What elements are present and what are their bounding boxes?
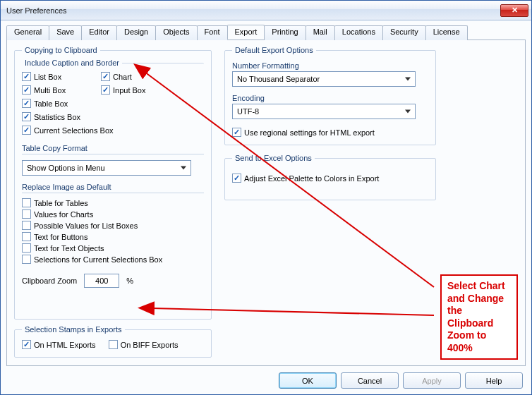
table-box-checkbox[interactable] [22,99,31,108]
tab-objects[interactable]: Objects [155,25,197,40]
possible-values-checkbox[interactable] [22,221,31,230]
copying-legend: Copying to Clipboard [22,46,100,54]
multi-box-label: Multi Box [34,86,66,95]
include-caption-legend: Include Caption and Border [22,59,122,67]
selections-for-csbox-checkbox[interactable] [22,255,31,264]
table-copy-format-select[interactable]: Show Options in Menu [22,160,191,176]
values-for-charts-label: Values for Charts [34,210,93,219]
text-for-buttons-label: Text for Buttons [34,233,87,241]
ok-button[interactable]: OK [279,372,337,389]
text-for-text-objects-label: Text for Text Objects [34,244,104,253]
tab-locations[interactable]: Locations [334,25,383,40]
table-for-tables-label: Table for Tables [34,199,88,207]
copying-to-clipboard-group: Copying to Clipboard Include Caption and… [14,46,212,320]
default-export-group: Default Export Options Number Formatting… [224,46,436,145]
clipboard-zoom-input[interactable]: 400 [84,274,119,288]
window-title: User Preferences [4,6,500,15]
close-button[interactable]: ✕ [500,4,528,17]
list-box-label: List Box [34,73,61,81]
tab-export[interactable]: Export [227,25,265,40]
help-button[interactable]: Help [465,372,523,389]
replace-image-label: Replace Image as Default [22,183,204,191]
dialog-buttons: OK Cancel Apply Help [279,372,523,389]
selection-stamps-group: Selection Stamps in Exports On HTML Expo… [14,325,212,358]
tab-printing[interactable]: Printing [264,25,306,40]
on-html-checkbox[interactable] [22,340,31,349]
client-area: General Save Editor Design Objects Font … [1,20,531,394]
on-biff-checkbox[interactable] [109,340,118,349]
statistics-box-label: Statistics Box [34,113,80,121]
list-box-checkbox[interactable] [22,72,31,81]
tab-general[interactable]: General [6,25,49,40]
input-box-label: Input Box [113,86,145,95]
tab-design[interactable]: Design [116,25,156,40]
excel-options-legend: Send to Excel Options [232,154,315,162]
multi-box-checkbox[interactable] [22,85,31,95]
on-html-label: On HTML Exports [34,341,96,349]
titlebar: User Preferences ✕ [1,1,531,20]
tab-font[interactable]: Font [197,25,228,40]
encoding-select[interactable]: UTF-8 [232,104,416,119]
default-export-legend: Default Export Options [232,46,316,54]
tab-editor[interactable]: Editor [81,25,117,40]
cancel-button[interactable]: Cancel [341,372,399,389]
adjust-palette-label: Adjust Excel Palette to Colors in Export [244,174,379,183]
input-box-checkbox[interactable] [101,85,110,95]
table-for-tables-checkbox[interactable] [22,198,31,207]
tab-mail[interactable]: Mail [306,25,335,40]
annotation-callout: Select Chart and Change the Clipboard Zo… [440,274,518,360]
user-preferences-window: User Preferences ✕ General Save Editor D… [0,0,532,395]
current-selections-label: Current Selections Box [34,126,114,135]
selection-stamps-legend: Selection Stamps in Exports [22,325,125,334]
adjust-palette-checkbox[interactable] [232,174,241,183]
values-for-charts-checkbox[interactable] [22,209,31,219]
tab-save[interactable]: Save [49,25,82,40]
tabstrip: General Save Editor Design Objects Font … [6,25,526,40]
selections-for-csbox-label: Selections for Current Selections Box [34,255,162,264]
tab-license[interactable]: License [425,25,468,40]
current-selections-checkbox[interactable] [22,126,31,135]
number-formatting-label: Number Formatting [232,61,428,70]
chart-label: Chart [113,73,132,81]
close-icon: ✕ [512,6,518,15]
clipboard-zoom-label: Clipboard Zoom [22,276,77,285]
chart-checkbox[interactable] [101,72,110,81]
export-panel: Copying to Clipboard Include Caption and… [6,40,526,366]
apply-button[interactable]: Apply [403,372,461,389]
text-for-buttons-checkbox[interactable] [22,232,31,241]
on-biff-label: On BIFF Exports [121,341,179,349]
text-for-text-objects-checkbox[interactable] [22,243,31,253]
use-regional-checkbox[interactable] [232,128,241,137]
possible-values-label: Possible Values for List Boxes [34,221,138,230]
encoding-label: Encoding [232,94,428,102]
statistics-box-checkbox[interactable] [22,112,31,121]
number-formatting-select[interactable]: No Thousand Separator [232,71,416,87]
table-box-label: Table Box [34,99,68,108]
percent-label: % [126,276,133,285]
tab-security[interactable]: Security [382,25,426,40]
use-regional-label: Use regional settings for HTML export [244,128,375,137]
include-caption-group: Include Caption and Border List Box Char… [22,59,204,141]
table-copy-format-label: Table Copy Format [22,144,204,152]
excel-options-group: Send to Excel Options Adjust Excel Palet… [224,154,436,200]
